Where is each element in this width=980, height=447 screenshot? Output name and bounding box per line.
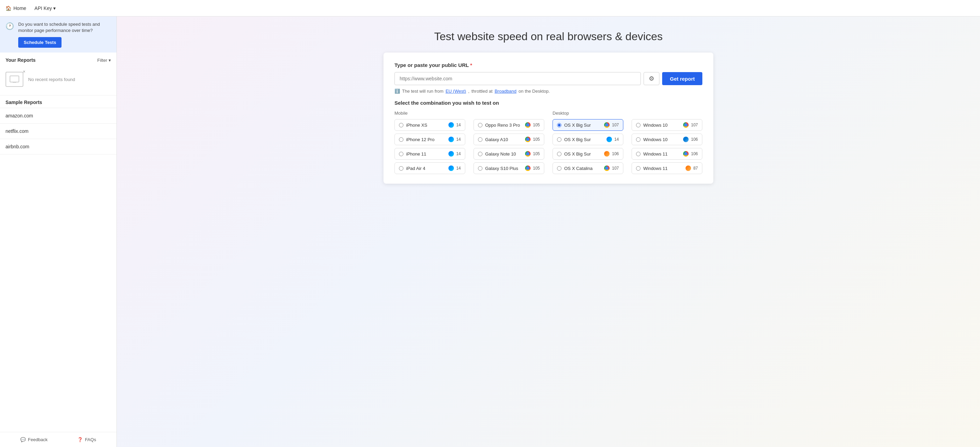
- device-radio[interactable]: [636, 137, 641, 142]
- device-name: iPad Air 4: [406, 166, 445, 171]
- device-radio[interactable]: [478, 152, 482, 156]
- device-option[interactable]: Windows 10 107: [632, 119, 702, 131]
- device-option[interactable]: Galaxy A10 105: [474, 133, 544, 145]
- device-name: OS X Big Sur: [564, 151, 601, 157]
- device-radio[interactable]: [478, 137, 482, 142]
- device-option[interactable]: iPad Air 4 14: [395, 162, 465, 174]
- device-radio[interactable]: [478, 166, 482, 171]
- url-input[interactable]: [395, 72, 641, 85]
- no-reports-icon: [5, 72, 23, 87]
- browser-badge: 14: [449, 122, 461, 128]
- browser-version: 105: [533, 122, 540, 127]
- browser-version: 14: [614, 137, 619, 142]
- device-radio[interactable]: [557, 123, 562, 127]
- apikey-nav-item[interactable]: API Key ▾: [34, 5, 56, 11]
- url-row: ⚙ Get report: [395, 72, 702, 85]
- sample-report-item[interactable]: amazon.com: [0, 108, 116, 124]
- chrome-icon: [525, 151, 531, 157]
- advanced-filter-button[interactable]: ⚙: [644, 72, 659, 85]
- faqs-label: FAQs: [85, 437, 96, 442]
- location-link[interactable]: EU (West): [445, 89, 466, 94]
- throttle-link[interactable]: Broadband: [495, 89, 517, 94]
- browser-version: 14: [456, 122, 461, 127]
- no-reports-text: No recent reports found: [28, 77, 75, 82]
- sliders-icon: ⚙: [649, 75, 654, 82]
- device-option[interactable]: Windows 10 106: [632, 133, 702, 145]
- get-report-button[interactable]: Get report: [662, 72, 702, 85]
- device-option[interactable]: iPhone 12 Pro 14: [395, 133, 465, 145]
- browser-badge: 105: [525, 151, 540, 157]
- device-option[interactable]: Galaxy Note 10 105: [474, 148, 544, 160]
- required-star: *: [470, 62, 472, 68]
- browser-badge: 107: [604, 122, 619, 128]
- clock-icon: 🕐: [5, 22, 14, 30]
- device-name: Windows 10: [643, 137, 680, 142]
- device-radio[interactable]: [636, 166, 641, 171]
- device-radio[interactable]: [557, 137, 562, 142]
- browser-version: 106: [612, 151, 619, 156]
- sidebar-footer: 💬 Feedback ❓ FAQs: [0, 432, 116, 447]
- browser-version: 107: [612, 166, 619, 171]
- safari-icon: [449, 151, 454, 157]
- url-label: Type or paste your public URL *: [395, 62, 702, 68]
- browser-badge: 14: [606, 136, 619, 142]
- device-radio[interactable]: [478, 123, 482, 127]
- device-option[interactable]: Galaxy S10 Plus 105: [474, 162, 544, 174]
- sample-report-item[interactable]: airbnb.com: [0, 139, 116, 154]
- mobile-options-1: iPhone XS 14 iPhone 12 Pro 14 iPhone 11 …: [395, 119, 465, 174]
- device-option[interactable]: Windows 11 87: [632, 162, 702, 174]
- browser-version: 105: [533, 151, 540, 156]
- firefox-icon: [604, 151, 609, 157]
- device-radio[interactable]: [557, 166, 562, 171]
- desktop-header: Desktop: [552, 111, 623, 116]
- device-name: Galaxy A10: [485, 137, 522, 142]
- browser-badge: 107: [604, 165, 619, 171]
- desktop-col-2: Windows 10 107 Windows 10 106 Windows 11…: [632, 111, 702, 174]
- svg-rect-1: [13, 82, 16, 83]
- faqs-button[interactable]: ❓ FAQs: [77, 437, 96, 442]
- browser-badge: 14: [449, 165, 461, 171]
- sample-report-item[interactable]: netflix.com: [0, 124, 116, 139]
- device-radio[interactable]: [399, 166, 403, 171]
- device-radio[interactable]: [636, 152, 641, 156]
- browser-badge: 105: [525, 165, 540, 171]
- device-option[interactable]: Windows 11 106: [632, 148, 702, 160]
- feedback-button[interactable]: 💬 Feedback: [20, 437, 48, 442]
- device-name: iPhone XS: [406, 122, 445, 128]
- chrome-icon: [525, 165, 531, 171]
- desktop-options-2: Windows 10 107 Windows 10 106 Windows 11…: [632, 119, 702, 174]
- edge-icon: [683, 136, 689, 142]
- sidebar: 🕐 Do you want to schedule speed tests an…: [0, 16, 117, 447]
- browser-version: 87: [694, 166, 698, 171]
- device-radio[interactable]: [399, 137, 403, 142]
- device-option[interactable]: iPhone XS 14: [395, 119, 465, 131]
- device-option[interactable]: Oppo Reno 3 Pro 105: [474, 119, 544, 131]
- device-radio[interactable]: [399, 123, 403, 127]
- device-option[interactable]: OS X Catalina 107: [552, 162, 623, 174]
- device-radio[interactable]: [636, 123, 641, 127]
- device-option[interactable]: OS X Big Sur 106: [552, 148, 623, 160]
- mobile-options-2: Oppo Reno 3 Pro 105 Galaxy A10 105 Galax…: [474, 119, 544, 174]
- device-option[interactable]: OS X Big Sur 14: [552, 133, 623, 145]
- browser-version: 107: [612, 122, 619, 127]
- filter-button[interactable]: Filter ▾: [97, 58, 111, 63]
- device-name: iPhone 11: [406, 151, 445, 157]
- info-text: ℹ️ The test will run from EU (West), thr…: [395, 89, 702, 94]
- device-name: OS X Big Sur: [564, 137, 604, 142]
- chrome-icon: [604, 122, 609, 128]
- device-section: Mobile iPhone XS 14 iPhone 12 Pro 14 iPh…: [395, 111, 702, 174]
- home-nav-item[interactable]: 🏠 Home: [5, 5, 26, 11]
- device-option[interactable]: OS X Big Sur 107: [552, 119, 623, 131]
- device-radio[interactable]: [557, 152, 562, 156]
- device-name: Galaxy S10 Plus: [485, 166, 522, 171]
- chrome-icon: [525, 136, 531, 142]
- browser-version: 14: [456, 137, 461, 142]
- device-radio[interactable]: [399, 152, 403, 156]
- browser-badge: 14: [449, 136, 461, 142]
- schedule-tests-button[interactable]: Schedule Tests: [18, 37, 62, 48]
- browser-version: 14: [456, 166, 461, 171]
- browser-version: 106: [691, 137, 698, 142]
- browser-badge: 105: [525, 136, 540, 142]
- device-option[interactable]: iPhone 11 14: [395, 148, 465, 160]
- device-name: iPhone 12 Pro: [406, 137, 445, 142]
